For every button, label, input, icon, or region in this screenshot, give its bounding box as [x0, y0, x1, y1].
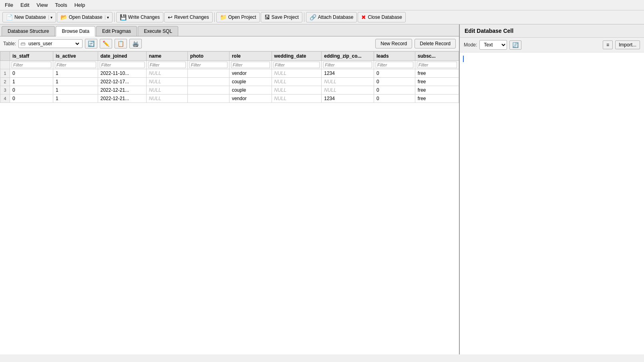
delete-record-button[interactable]: Delete Record: [415, 39, 456, 48]
col-header-date-joined[interactable]: date_joined: [98, 52, 146, 61]
menu-edit[interactable]: Edit: [17, 1, 32, 9]
menu-view[interactable]: View: [33, 1, 51, 9]
mode-select[interactable]: Text Binary Null: [479, 40, 507, 50]
cell-is_active[interactable]: 1: [53, 86, 98, 95]
cell-wedding_zip_code[interactable]: NULL: [322, 86, 374, 95]
cell-name[interactable]: NULL: [146, 95, 187, 103]
cell-role[interactable]: vendor: [229, 69, 272, 78]
data-table-wrapper[interactable]: is_staff is_active date_joined name phot…: [0, 51, 459, 354]
close-database-button[interactable]: ✖ Close Database: [358, 12, 405, 22]
filter-date-joined[interactable]: [98, 61, 146, 69]
cell-rownum[interactable]: 4: [0, 95, 10, 103]
cell-leads[interactable]: 0: [374, 95, 415, 103]
col-header-wedding-date[interactable]: wedding_date: [272, 52, 322, 61]
save-project-button[interactable]: 🖫 Save Project: [261, 12, 302, 22]
format-button[interactable]: ≡: [603, 40, 613, 49]
cell-is_active[interactable]: 1: [53, 78, 98, 86]
cell-wedding_date[interactable]: NULL: [272, 86, 322, 95]
filter-photo[interactable]: [187, 61, 229, 69]
col-header-is-active[interactable]: is_active: [53, 52, 98, 61]
filter-subscr[interactable]: [415, 61, 459, 69]
cell-is_staff[interactable]: 0: [10, 86, 53, 95]
cell-wedding_date[interactable]: NULL: [272, 78, 322, 86]
cell-date_joined[interactable]: 2022-11-10...: [98, 69, 146, 78]
cell-name[interactable]: NULL: [146, 86, 187, 95]
cell-photo[interactable]: [187, 69, 229, 78]
cell-is_active[interactable]: 1: [53, 69, 98, 78]
cell-wedding_zip_code[interactable]: NULL: [322, 78, 374, 86]
cell-wedding_zip_code[interactable]: 1234: [322, 69, 374, 78]
refresh-table-button[interactable]: 🔄: [85, 39, 97, 48]
open-project-button[interactable]: 📁 Open Project: [216, 12, 260, 22]
cell-date_joined[interactable]: 2022-12-21...: [98, 95, 146, 103]
revert-changes-button[interactable]: ↩ Revert Changes: [164, 12, 213, 22]
cell-name[interactable]: NULL: [146, 69, 187, 78]
cell-date_joined[interactable]: 2022-12-17...: [98, 78, 146, 86]
cell-wedding_date[interactable]: NULL: [272, 95, 322, 103]
cell-wedding_zip_code[interactable]: 1234: [322, 95, 374, 103]
col-header-role[interactable]: role: [229, 52, 272, 61]
cell-is_staff[interactable]: 1: [10, 78, 53, 86]
cell-rownum[interactable]: 1: [0, 69, 10, 78]
cell-photo[interactable]: [187, 95, 229, 103]
cell-role[interactable]: couple: [229, 86, 272, 95]
col-header-is-staff[interactable]: is_staff: [10, 52, 53, 61]
cell-rownum[interactable]: 3: [0, 86, 10, 95]
filter-leads[interactable]: [374, 61, 415, 69]
menu-tools[interactable]: Tools: [52, 1, 70, 9]
cell-date_joined[interactable]: 2022-12-21...: [98, 86, 146, 95]
menu-help[interactable]: Help: [71, 1, 89, 9]
col-header-leads[interactable]: leads: [374, 52, 415, 61]
cell-wedding_date[interactable]: NULL: [272, 69, 322, 78]
col-header-subscr[interactable]: subsc...: [415, 52, 459, 61]
open-database-button[interactable]: 📂 Open Database ▾: [57, 12, 113, 22]
new-database-button[interactable]: 📄 New Database ▾: [2, 12, 56, 22]
filter-wedding-zip[interactable]: [322, 61, 374, 69]
filter-name[interactable]: [146, 61, 187, 69]
filter-is-staff[interactable]: [10, 61, 53, 69]
cell-leads[interactable]: 0: [374, 69, 415, 78]
cell-is_active[interactable]: 1: [53, 95, 98, 103]
col-header-name[interactable]: name: [146, 52, 187, 61]
cell-leads[interactable]: 0: [374, 78, 415, 86]
cell-role[interactable]: couple: [229, 78, 272, 86]
tab-execute-sql[interactable]: Execute SQL: [138, 26, 178, 36]
import-button[interactable]: Import...: [615, 40, 640, 49]
menu-file[interactable]: File: [2, 1, 16, 9]
filter-is-active[interactable]: [53, 61, 98, 69]
cell-leads[interactable]: 0: [374, 86, 415, 95]
cell-is_staff[interactable]: 0: [10, 95, 53, 103]
copy-table-button[interactable]: 📋: [115, 39, 127, 48]
table-row[interactable]: 3012022-12-21...NULLcoupleNULLNULL0free: [0, 86, 459, 95]
cell-rownum[interactable]: 2: [0, 78, 10, 86]
table-select[interactable]: users_user: [27, 40, 80, 47]
cell-subscr[interactable]: free: [415, 86, 459, 95]
table-select-wrapper[interactable]: 🗃 users_user: [18, 39, 83, 48]
cell-subscr[interactable]: free: [415, 95, 459, 103]
cell-editor-content[interactable]: [460, 52, 644, 354]
new-database-dropdown[interactable]: ▾: [48, 15, 52, 20]
col-header-wedding-zip[interactable]: edding_zip_co...: [322, 52, 374, 61]
tab-browse-data[interactable]: Browse Data: [56, 26, 95, 36]
tab-edit-pragmas[interactable]: Edit Pragmas: [96, 26, 137, 36]
cell-subscr[interactable]: free: [415, 69, 459, 78]
write-changes-button[interactable]: 💾 Write Changes: [116, 12, 163, 22]
edit-table-button[interactable]: ✏️: [100, 39, 112, 48]
col-header-photo[interactable]: photo: [187, 52, 229, 61]
filter-wedding-date[interactable]: [272, 61, 322, 69]
tab-database-structure[interactable]: Database Structure: [2, 26, 55, 36]
cell-role[interactable]: vendor: [229, 95, 272, 103]
cell-subscr[interactable]: free: [415, 78, 459, 86]
new-record-button[interactable]: New Record: [375, 39, 412, 48]
open-database-dropdown[interactable]: ▾: [105, 15, 109, 20]
cell-is_staff[interactable]: 0: [10, 69, 53, 78]
cell-photo[interactable]: [187, 86, 229, 95]
attach-database-button[interactable]: 🔗 Attach Database: [306, 12, 357, 22]
table-row[interactable]: 2112022-12-17...NULLcoupleNULLNULL0free: [0, 78, 459, 86]
table-row[interactable]: 4012022-12-21...NULLvendorNULL12340free: [0, 95, 459, 103]
table-row[interactable]: 1012022-11-10...NULLvendorNULL12340free: [0, 69, 459, 78]
cell-name[interactable]: NULL: [146, 78, 187, 86]
refresh-cell-button[interactable]: 🔄: [509, 40, 521, 50]
print-table-button[interactable]: 🖨️: [129, 39, 142, 48]
filter-role[interactable]: [229, 61, 272, 69]
